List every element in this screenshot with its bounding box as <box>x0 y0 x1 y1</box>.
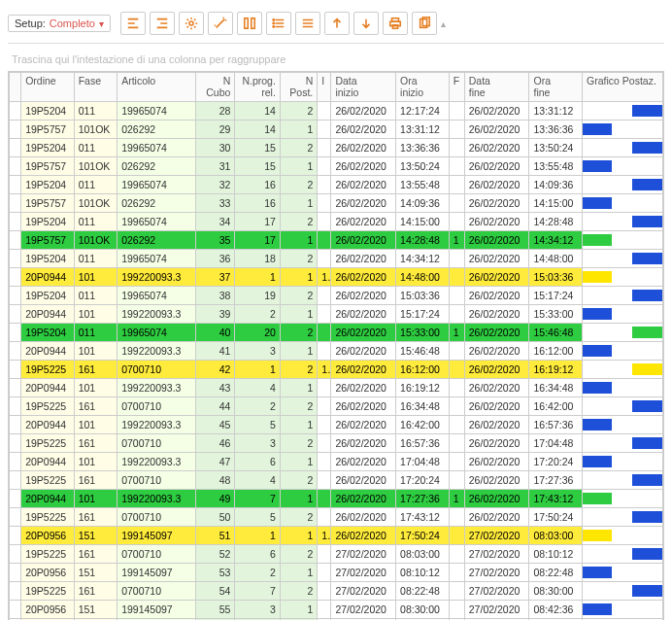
cell: 26/02/2020 <box>331 379 396 397</box>
cell: 19P5225 <box>21 582 75 601</box>
table-row[interactable]: 19P52251610700710484226/02/202017:20:242… <box>10 471 663 490</box>
cell: 19P5757 <box>21 194 75 213</box>
col-i[interactable]: I <box>318 73 331 102</box>
table-row[interactable]: 19P5204011199650743015226/02/202013:36:3… <box>10 139 663 157</box>
cell: 101OK <box>74 194 117 213</box>
cell <box>318 194 331 213</box>
cell <box>318 157 331 176</box>
cell: 2 <box>280 545 317 564</box>
gear-button[interactable] <box>179 12 204 35</box>
cell: 026292 <box>118 194 196 213</box>
table-row[interactable]: 19P5757101OK0262923316126/02/202014:09:3… <box>10 194 663 213</box>
cell <box>318 342 331 361</box>
print-button[interactable] <box>383 12 408 35</box>
col-npost[interactable]: NPost. <box>280 73 317 102</box>
table-row[interactable]: 19P52251610700710442226/02/202016:34:482… <box>10 397 663 416</box>
gantt-cell <box>583 453 663 471</box>
col-ora-fine[interactable]: Orafine <box>529 73 583 102</box>
col-fase[interactable]: Fase <box>74 73 117 102</box>
setup-dropdown[interactable]: Setup: Completo ▾ <box>8 15 111 32</box>
cell: 20 <box>235 324 280 342</box>
col-nprog[interactable]: N.prog.rel. <box>235 73 280 102</box>
table-row[interactable]: 19P5757101OK0262923517126/02/202014:28:4… <box>10 231 663 250</box>
table-row[interactable]: 19P5204011199650743618226/02/202014:34:1… <box>10 250 663 268</box>
cell <box>449 397 464 416</box>
indent-left-button[interactable] <box>120 12 146 35</box>
cell <box>318 305 331 324</box>
table-row[interactable]: 20P0956151199145097553127/02/202008:30:0… <box>10 601 663 619</box>
col-ncubo[interactable]: NCubo <box>195 73 234 102</box>
col-data-fine[interactable]: Datafine <box>464 73 529 102</box>
cell <box>318 490 331 508</box>
columns-button[interactable] <box>237 12 262 35</box>
table-row[interactable]: 20P0944101199220093.3476126/02/202017:04… <box>10 453 663 471</box>
cell: 1 <box>449 490 464 508</box>
table-row[interactable]: 20P0944101199220093.3434126/02/202016:19… <box>10 379 663 397</box>
cell <box>10 564 21 582</box>
arrow-up-button[interactable] <box>324 12 350 35</box>
cell: 19P5757 <box>21 121 75 139</box>
table-row[interactable]: 20P0944101199220093.3455126/02/202016:42… <box>10 416 663 434</box>
data-grid[interactable]: Ordine Fase Articolo NCubo N.prog.rel. N… <box>8 71 664 620</box>
cell: 2 <box>280 324 317 342</box>
cell: 17 <box>235 231 280 250</box>
cell: 19P5204 <box>21 250 75 268</box>
col-f[interactable]: F <box>449 73 464 102</box>
cell: 45 <box>195 416 234 434</box>
table-row[interactable]: 19P5757101OK0262922914126/02/202013:31:1… <box>10 121 663 139</box>
gantt-bar <box>583 382 612 394</box>
cell <box>10 545 21 564</box>
indent-right-button[interactable] <box>150 12 175 35</box>
table-row[interactable]: 19P5204011199650743417226/02/202014:15:0… <box>10 213 663 231</box>
table-row[interactable]: 19P5204011199650743216226/02/202013:55:4… <box>10 176 663 194</box>
table-row[interactable]: 19P5204011199650744020226/02/202015:33:0… <box>10 324 663 342</box>
cell: 4 <box>235 379 280 397</box>
wand-button[interactable] <box>208 12 233 35</box>
gantt-cell <box>583 582 663 601</box>
arrow-down-button[interactable] <box>353 12 379 35</box>
cell <box>449 194 464 213</box>
gantt-bar <box>632 548 662 560</box>
table-row[interactable]: 20P0944101199220093.3392126/02/202015:17… <box>10 305 663 324</box>
collapse-up-icon[interactable]: ▴ <box>441 18 452 29</box>
table-row[interactable]: 20P09561511991450975111126/02/202017:50:… <box>10 527 663 545</box>
gantt-cell <box>583 213 663 231</box>
table-row[interactable]: 20P0944101199220093.3413126/02/202015:46… <box>10 342 663 361</box>
col-ora-inizio[interactable]: Orainizio <box>396 73 450 102</box>
cell: 42 <box>195 361 234 379</box>
cell: 1 <box>280 157 317 176</box>
table-row[interactable]: 20P0944101199220093.33711126/02/202014:4… <box>10 268 663 287</box>
list-button[interactable] <box>266 12 291 35</box>
cell: 3 <box>235 342 280 361</box>
svg-rect-8 <box>392 25 397 29</box>
cell <box>449 121 464 139</box>
table-row[interactable]: 19P52251610700710526227/02/202008:03:002… <box>10 545 663 564</box>
col-articolo[interactable]: Articolo <box>118 73 196 102</box>
table-row[interactable]: 19P522516107007104212126/02/202016:12:00… <box>10 361 663 379</box>
cell <box>10 379 21 397</box>
cell <box>449 434 464 453</box>
table-row[interactable]: 19P52251610700710463226/02/202016:57:362… <box>10 434 663 453</box>
header-row: Ordine Fase Articolo NCubo N.prog.rel. N… <box>10 73 663 102</box>
table-row[interactable]: 19P52251610700710505226/02/202017:43:122… <box>10 508 663 527</box>
cell <box>10 397 21 416</box>
table-row[interactable]: 19P5757101OK0262923115126/02/202013:50:2… <box>10 157 663 176</box>
col-data-inizio[interactable]: Datainizio <box>331 73 396 102</box>
cell: 26/02/2020 <box>464 176 529 194</box>
table-row[interactable]: 20P0956151199145097532127/02/202008:10:1… <box>10 564 663 582</box>
cell: 19965074 <box>118 324 196 342</box>
cell <box>10 139 21 157</box>
col-ordine[interactable]: Ordine <box>21 73 75 102</box>
table-row[interactable]: 19P52251610700710547227/02/202008:22:482… <box>10 582 663 601</box>
cell: 19P5225 <box>21 361 75 379</box>
col-grafico[interactable]: Grafico Postaz. <box>583 73 663 102</box>
table-row[interactable]: 19P5204011199650742814226/02/202012:17:2… <box>10 102 663 121</box>
col-indicator[interactable] <box>10 73 21 102</box>
copy-button[interactable] <box>412 12 437 35</box>
cell: 19965074 <box>118 287 196 305</box>
gantt-bar <box>632 363 662 375</box>
table-row[interactable]: 19P5204011199650743819226/02/202015:03:3… <box>10 287 663 305</box>
cell: 161 <box>74 545 117 564</box>
table-row[interactable]: 20P0944101199220093.3497126/02/202017:27… <box>10 490 663 508</box>
menu-button[interactable] <box>295 12 320 35</box>
